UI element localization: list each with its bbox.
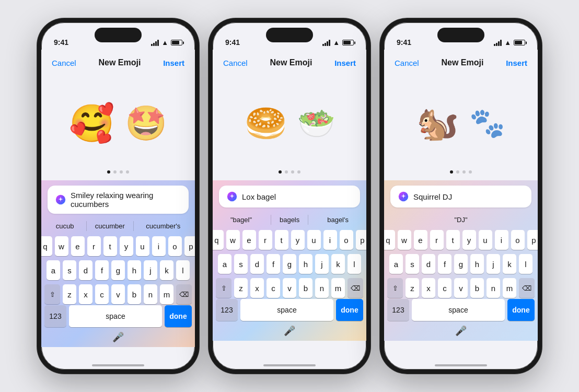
key-n-3[interactable]: n [487, 278, 500, 298]
key-space-1[interactable]: space [69, 305, 162, 327]
key-a-3[interactable]: a [389, 254, 403, 274]
autocomplete-3-1[interactable]: "DJ" [450, 215, 471, 225]
key-r-3[interactable]: r [430, 230, 444, 250]
insert-button-2[interactable]: Insert [334, 59, 356, 67]
key-m-3[interactable]: m [503, 278, 516, 298]
key-b-1[interactable]: b [128, 284, 141, 304]
key-n-1[interactable]: n [144, 284, 157, 304]
key-k-3[interactable]: k [503, 254, 516, 274]
key-done-3[interactable]: done [507, 299, 535, 321]
key-l-1[interactable]: l [176, 260, 190, 280]
key-w-3[interactable]: w [398, 230, 411, 250]
key-i-2[interactable]: i [323, 230, 337, 250]
key-h-2[interactable]: h [299, 254, 312, 274]
key-b-3[interactable]: b [470, 278, 484, 298]
emoji-lox-bagel[interactable]: 🥯 [245, 106, 287, 140]
autocomplete-1-2[interactable]: cucumber [86, 221, 134, 231]
key-l-2[interactable]: l [348, 254, 361, 274]
key-x-2[interactable]: x [250, 278, 264, 298]
key-shift-2[interactable]: ⇧ [216, 278, 231, 298]
key-p-2[interactable]: p [356, 230, 369, 250]
key-q-2[interactable]: q [210, 230, 224, 250]
cancel-button-1[interactable]: Cancel [52, 59, 76, 67]
key-u-2[interactable]: u [307, 230, 321, 250]
key-z-1[interactable]: z [63, 284, 76, 304]
key-num-3[interactable]: 123 [387, 299, 409, 321]
key-e-3[interactable]: e [414, 230, 427, 250]
key-a-2[interactable]: a [218, 254, 231, 274]
key-z-3[interactable]: z [406, 278, 419, 298]
key-k-2[interactable]: k [331, 254, 345, 274]
key-shift-1[interactable]: ⇧ [44, 284, 60, 304]
key-x-1[interactable]: x [79, 284, 92, 304]
key-o-2[interactable]: o [340, 230, 353, 250]
key-j-3[interactable]: j [487, 254, 500, 274]
key-y-3[interactable]: y [462, 230, 476, 250]
key-i-3[interactable]: i [495, 230, 508, 250]
key-s-1[interactable]: s [63, 260, 76, 280]
key-f-1[interactable]: f [95, 260, 109, 280]
key-d-3[interactable]: d [422, 254, 435, 274]
key-delete-1[interactable]: ⌫ [176, 284, 192, 304]
key-g-1[interactable]: g [111, 260, 125, 280]
key-e-1[interactable]: e [71, 236, 85, 256]
key-e-2[interactable]: e [242, 230, 256, 250]
key-q-1[interactable]: q [39, 236, 52, 256]
key-q-3[interactable]: q [381, 230, 395, 250]
key-r-1[interactable]: r [87, 236, 101, 256]
key-v-2[interactable]: v [283, 278, 296, 298]
key-z-2[interactable]: z [234, 278, 248, 298]
key-r-2[interactable]: r [259, 230, 272, 250]
key-u-3[interactable]: u [479, 230, 492, 250]
key-b-2[interactable]: b [299, 278, 312, 298]
key-u-1[interactable]: u [136, 236, 149, 256]
key-shift-3[interactable]: ⇧ [387, 278, 403, 298]
emoji-cucumber-dizzy[interactable]: 🤩 [125, 106, 167, 140]
input-container-3[interactable]: Squirrel DJ [390, 186, 531, 207]
key-y-1[interactable]: y [120, 236, 133, 256]
key-d-2[interactable]: d [250, 254, 264, 274]
key-t-1[interactable]: t [103, 236, 117, 256]
input-container-1[interactable]: Smiley relaxing wearing cucumbers [48, 186, 189, 214]
key-s-2[interactable]: s [234, 254, 248, 274]
key-h-1[interactable]: h [128, 260, 141, 280]
key-done-2[interactable]: done [336, 299, 363, 321]
key-h-3[interactable]: h [470, 254, 484, 274]
key-w-1[interactable]: w [55, 236, 68, 256]
insert-button-1[interactable]: Insert [163, 59, 184, 67]
key-g-3[interactable]: g [454, 254, 468, 274]
key-v-3[interactable]: v [454, 278, 468, 298]
key-space-2[interactable]: space [240, 299, 333, 321]
cancel-button-2[interactable]: Cancel [223, 59, 248, 67]
key-a-1[interactable]: a [47, 260, 60, 280]
autocomplete-2-3[interactable]: bagel's [323, 215, 353, 225]
autocomplete-2-2[interactable]: bagels [271, 215, 308, 225]
key-d-1[interactable]: d [79, 260, 92, 280]
key-f-3[interactable]: f [438, 254, 451, 274]
mic-icon-1[interactable]: 🎤 [112, 331, 124, 343]
key-i-1[interactable]: i [152, 236, 166, 256]
key-m-1[interactable]: m [160, 284, 173, 304]
key-space-3[interactable]: space [412, 299, 505, 321]
mic-icon-3[interactable]: 🎤 [455, 325, 467, 337]
key-s-3[interactable]: s [406, 254, 419, 274]
key-c-1[interactable]: c [95, 284, 109, 304]
key-g-2[interactable]: g [283, 254, 296, 274]
autocomplete-2-1[interactable]: "bagel" [226, 215, 256, 225]
key-l-3[interactable]: l [519, 254, 532, 274]
key-k-1[interactable]: k [160, 260, 173, 280]
key-o-3[interactable]: o [511, 230, 525, 250]
key-c-3[interactable]: c [438, 278, 451, 298]
key-t-3[interactable]: t [446, 230, 460, 250]
key-c-2[interactable]: c [267, 278, 280, 298]
key-o-1[interactable]: o [168, 236, 182, 256]
emoji-cucumber-smiley[interactable]: 🥰 [69, 105, 114, 142]
key-num-2[interactable]: 123 [216, 299, 238, 321]
key-v-1[interactable]: v [111, 284, 125, 304]
autocomplete-1-1[interactable]: cucub [52, 221, 78, 231]
key-delete-3[interactable]: ⌫ [519, 278, 535, 298]
key-n-2[interactable]: n [315, 278, 329, 298]
emoji-bagel-2[interactable]: 🥗 [297, 108, 335, 139]
key-f-2[interactable]: f [267, 254, 280, 274]
key-j-1[interactable]: j [144, 260, 157, 280]
